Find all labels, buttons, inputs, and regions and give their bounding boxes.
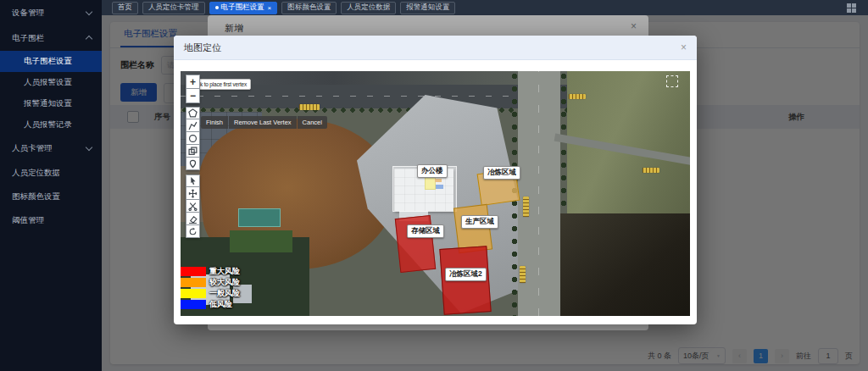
app-screen: 设备管理 电子围栏 电子围栏设置 人员报警设置 报警通知设置 人员报警记录 人员… <box>0 0 868 371</box>
legend-row: 较大风险 <box>181 277 240 288</box>
legend-label: 重大风险 <box>209 266 240 277</box>
map-dialog-header: 地图定位 × <box>174 36 697 60</box>
edit-toolbar <box>186 174 200 238</box>
sidebar-item-label: 人员定位数据 <box>12 168 60 179</box>
chevron-down-icon <box>86 144 92 151</box>
sidebar-item-alarm-notify-settings[interactable]: 报警通知设置 <box>0 93 102 114</box>
zone-label-production: 生产区域 <box>461 215 498 229</box>
rotate-layers-button[interactable] <box>186 225 200 238</box>
legend-swatch-general <box>181 289 206 298</box>
cursor-icon <box>188 176 198 186</box>
satellite-map[interactable]: 办公楼 冶炼区域 生产区域 存储区域 冶炼区域2 Click to place … <box>181 71 690 316</box>
zoom-in-button[interactable]: + <box>186 75 200 89</box>
map-dialog-title: 地图定位 <box>184 42 221 54</box>
edit-vertices-button[interactable] <box>186 174 200 187</box>
zone-label-smelting: 冶炼区域 <box>483 166 520 180</box>
legend-row: 一般风险 <box>181 288 240 299</box>
tab-label: 报警通知设置 <box>406 3 449 13</box>
draw-marker-button[interactable] <box>186 158 200 170</box>
draw-circle-button[interactable] <box>186 132 200 145</box>
sidebar-item-person-card-mgmt[interactable]: 人员卡管理 <box>0 136 102 161</box>
tab-person-location-data[interactable]: 人员定位数据 <box>341 2 396 14</box>
draw-rectangle-button[interactable] <box>186 145 200 158</box>
road-name-badge <box>520 266 526 283</box>
draw-polygon-button[interactable] <box>186 107 200 119</box>
tab-efence-settings-active[interactable]: 电子围栏设置 × <box>209 2 278 14</box>
sidebar-item-label: 电子围栏设置 <box>24 56 72 67</box>
marker-pin-icon <box>188 159 198 169</box>
legend-row: 低风险 <box>181 299 240 310</box>
tab-icon-color-settings[interactable]: 图标颜色设置 <box>281 2 337 14</box>
draw-toolbar <box>186 107 200 170</box>
cancel-button[interactable]: Cancel <box>298 116 327 129</box>
sidebar-item-person-location-data[interactable]: 人员定位数据 <box>0 161 102 185</box>
active-dot-icon <box>215 6 219 9</box>
risk-legend: 重大风险 较大风险 一般风险 低风险 <box>181 266 240 310</box>
fullscreen-icon[interactable] <box>666 75 678 87</box>
map-sports-court <box>238 208 281 227</box>
draw-action-bar: Finish Remove Last Vertex Cancel <box>201 116 327 129</box>
sidebar-item-label: 阈值管理 <box>12 215 44 226</box>
scissors-icon <box>188 202 198 211</box>
road-name-badge <box>643 168 659 173</box>
eraser-icon <box>188 214 198 224</box>
sidebar: 设备管理 电子围栏 电子围栏设置 人员报警设置 报警通知设置 人员报警记录 人员… <box>0 0 102 371</box>
road-name-badge <box>299 104 320 110</box>
sidebar-item-icon-color-settings[interactable]: 图标颜色设置 <box>0 185 102 208</box>
sidebar-item-label: 电子围栏 <box>12 33 44 44</box>
chevron-down-icon <box>86 8 92 15</box>
sidebar-item-label: 设备管理 <box>12 8 44 19</box>
legend-label: 较大风险 <box>209 277 240 288</box>
tab-home[interactable]: 首页 <box>112 2 138 14</box>
sidebar-item-device-mgmt[interactable]: 设备管理 <box>0 0 102 25</box>
polygon-icon <box>188 108 198 118</box>
remove-layers-button[interactable] <box>186 213 200 225</box>
zoom-control: + − <box>186 75 200 103</box>
apps-grid-icon[interactable] <box>847 3 856 13</box>
rotate-icon <box>188 227 198 236</box>
sidebar-item-label: 报警通知设置 <box>24 98 72 109</box>
sidebar-item-person-alarm-settings[interactable]: 人员报警设置 <box>0 72 102 93</box>
zoom-out-button[interactable]: − <box>186 89 200 103</box>
sidebar-item-person-alarm-records[interactable]: 人员报警记录 <box>0 114 102 136</box>
tab-bar: 首页 人员定位卡管理 电子围栏设置 × 图标颜色设置 人员定位数据 报警通知设置 <box>102 0 868 15</box>
zone-label-storage: 存储区域 <box>407 224 444 238</box>
legend-swatch-larger <box>181 278 206 287</box>
map-terrain-dark-bottomright <box>560 213 690 316</box>
move-arrows-icon <box>188 189 198 198</box>
road-name-badge <box>523 197 529 217</box>
legend-row: 重大风险 <box>181 266 240 277</box>
close-icon[interactable]: × <box>681 42 687 53</box>
legend-swatch-low <box>181 300 206 309</box>
chevron-up-icon <box>86 36 92 42</box>
tab-close-icon[interactable]: × <box>268 4 272 12</box>
tab-label: 人员定位卡管理 <box>148 3 199 13</box>
legend-swatch-major <box>181 267 206 276</box>
tab-person-card-mgmt[interactable]: 人员定位卡管理 <box>142 2 205 14</box>
sidebar-item-label: 人员报警设置 <box>24 77 72 88</box>
legend-label: 一般风险 <box>209 288 240 299</box>
sidebar-item-efence[interactable]: 电子围栏 <box>0 25 102 51</box>
tab-label: 人员定位数据 <box>347 3 390 13</box>
zone-label-office: 办公楼 <box>417 164 448 178</box>
map-locate-dialog: 地图定位 × <box>174 36 697 324</box>
rectangles-icon <box>188 147 198 156</box>
tab-label: 图标颜色设置 <box>287 3 331 13</box>
tab-label: 电子围栏设置 <box>221 3 264 13</box>
legend-label: 低风险 <box>209 299 232 310</box>
circle-icon <box>188 134 198 143</box>
tab-alarm-notify-settings[interactable]: 报警通知设置 <box>400 2 455 14</box>
sidebar-item-threshold-mgmt[interactable]: 阈值管理 <box>0 208 102 232</box>
remove-last-vertex-button[interactable]: Remove Last Vertex <box>229 116 297 129</box>
sidebar-item-label: 人员报警记录 <box>24 119 72 130</box>
drag-layers-button[interactable] <box>186 187 200 200</box>
zone-label-smelting-2: 冶炼区域2 <box>445 268 487 281</box>
road-name-badge <box>569 94 586 99</box>
cut-layers-button[interactable] <box>186 200 200 213</box>
sidebar-item-label: 人员卡管理 <box>12 143 53 154</box>
finish-button[interactable]: Finish <box>201 116 228 129</box>
tab-label: 首页 <box>118 3 132 13</box>
sidebar-item-label: 图标颜色设置 <box>12 191 60 202</box>
draw-polyline-button[interactable] <box>186 119 200 132</box>
sidebar-item-efence-settings[interactable]: 电子围栏设置 <box>0 51 102 72</box>
